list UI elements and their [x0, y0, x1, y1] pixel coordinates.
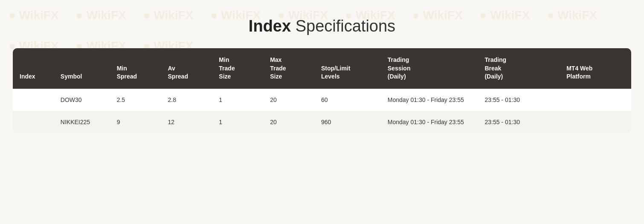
cell-stop-limit-1: 960	[314, 111, 381, 133]
col-header-index: Index	[13, 48, 54, 89]
cell-max-trade-size-0: 20	[263, 89, 314, 111]
cell-min-spread-0: 2.5	[110, 89, 161, 111]
col-header-min-spread: MinSpread	[110, 48, 161, 89]
cell-av-spread-1: 12	[161, 111, 212, 133]
cell-min-spread-1: 9	[110, 111, 161, 133]
specifications-table: Index Symbol MinSpread AvSpread MinTrade…	[13, 48, 631, 133]
col-header-av-spread: AvSpread	[161, 48, 212, 89]
col-header-trading-break: TradingBreak(Daily)	[478, 48, 560, 89]
specifications-table-container: Index Symbol MinSpread AvSpread MinTrade…	[13, 48, 631, 133]
cell-max-trade-size-1: 20	[263, 111, 314, 133]
col-header-stop-limit: Stop/LimitLevels	[314, 48, 381, 89]
table-row: DOW30 2.5 2.8 1 20 60 Monday 01:30 - Fri…	[13, 89, 631, 111]
cell-trading-session-1: Monday 01:30 - Friday 23:55	[381, 111, 478, 133]
col-header-max-trade-size: MaxTradeSize	[263, 48, 314, 89]
cell-stop-limit-0: 60	[314, 89, 381, 111]
cell-trading-break-0: 23:55 - 01:30	[478, 89, 560, 111]
cell-symbol-0: DOW30	[54, 89, 110, 111]
table-header-row: Index Symbol MinSpread AvSpread MinTrade…	[13, 48, 631, 89]
col-header-mt4-web: MT4 WebPlatform	[560, 48, 631, 89]
cell-mt4-web-1	[560, 111, 631, 133]
col-header-trading-session: TradingSession(Daily)	[381, 48, 478, 89]
cell-min-trade-size-1: 1	[212, 111, 263, 133]
cell-index-1	[13, 111, 54, 133]
cell-trading-break-1: 23:55 - 01:30	[478, 111, 560, 133]
col-header-symbol: Symbol	[54, 48, 110, 89]
table-row: NIKKEI225 9 12 1 20 960 Monday 01:30 - F…	[13, 111, 631, 133]
page-title: Index Specifications	[249, 17, 395, 35]
cell-symbol-1: NIKKEI225	[54, 111, 110, 133]
cell-index-0	[13, 89, 54, 111]
cell-trading-session-0: Monday 01:30 - Friday 23:55	[381, 89, 478, 111]
col-header-min-trade-size: MinTradeSize	[212, 48, 263, 89]
cell-av-spread-0: 2.8	[161, 89, 212, 111]
cell-mt4-web-0	[560, 89, 631, 111]
cell-min-trade-size-0: 1	[212, 89, 263, 111]
